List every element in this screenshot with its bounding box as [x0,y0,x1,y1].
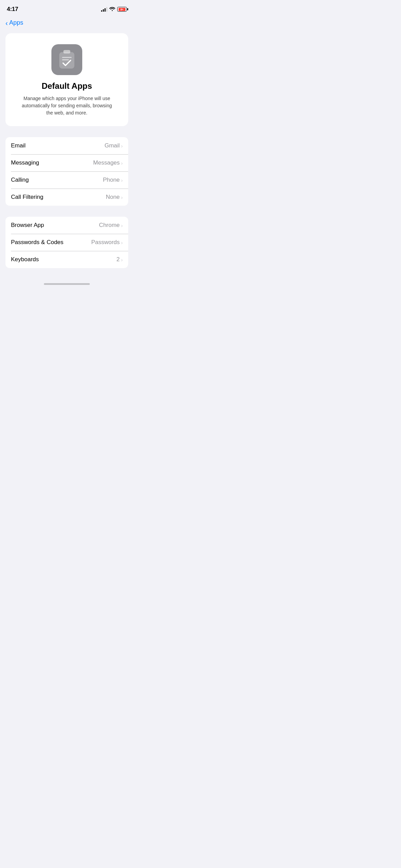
status-time: 4:17 [7,6,18,13]
messaging-chevron-icon: › [121,161,123,166]
keyboards-right: 2 › [117,256,123,263]
wifi-icon [109,6,115,12]
passwords-right: Passwords › [91,239,123,246]
email-row[interactable]: Email Gmail › [5,137,128,154]
settings-section-1: Email Gmail › Messaging Messages › Calli… [5,137,128,206]
passwords-value: Passwords [91,239,120,246]
calling-label: Calling [11,177,29,183]
call-filtering-value: None [106,194,120,201]
browser-app-value: Chrome [99,222,120,229]
nav-bar: ‹ Apps [0,16,134,33]
keyboards-chevron-icon: › [121,257,123,262]
status-icons: 8+ [101,6,127,12]
calling-right: Phone › [103,177,123,183]
calling-value: Phone [103,177,120,183]
app-icon [51,44,82,75]
call-filtering-label: Call Filtering [11,194,43,201]
email-right: Gmail › [105,142,123,149]
svg-rect-3 [62,59,69,60]
home-indicator [0,279,134,288]
header-card: Default Apps Manage which apps your iPho… [5,33,128,126]
settings-section-2: Browser App Chrome › Passwords & Codes P… [5,217,128,268]
browser-app-right: Chrome › [99,222,123,229]
keyboards-value: 2 [117,256,120,263]
clipboard-checkmark-icon [58,50,76,69]
messaging-right: Messages › [93,159,123,166]
battery-icon: 8+ [117,7,127,12]
call-filtering-chevron-icon: › [121,195,123,200]
calling-row[interactable]: Calling Phone › [5,171,128,189]
back-button[interactable]: ‹ Apps [5,18,23,28]
calling-chevron-icon: › [121,178,123,183]
header-description: Manage which apps your iPhone will use a… [19,95,115,117]
browser-app-label: Browser App [11,222,44,229]
browser-app-row[interactable]: Browser App Chrome › [5,217,128,234]
status-bar: 4:17 8+ [0,0,134,16]
messaging-value: Messages [93,159,120,166]
passwords-label: Passwords & Codes [11,239,63,246]
svg-rect-2 [62,57,72,58]
email-label: Email [11,142,26,149]
signal-icon [101,7,107,12]
passwords-chevron-icon: › [121,240,123,245]
back-chevron-icon: ‹ [5,20,8,26]
call-filtering-right: None › [106,194,123,201]
back-label: Apps [9,19,23,26]
browser-app-chevron-icon: › [121,223,123,228]
messaging-row[interactable]: Messaging Messages › [5,154,128,171]
email-chevron-icon: › [121,144,123,148]
keyboards-label: Keyboards [11,256,39,263]
keyboards-row[interactable]: Keyboards 2 › [5,251,128,268]
call-filtering-row[interactable]: Call Filtering None › [5,189,128,206]
home-bar [44,283,90,285]
header-title: Default Apps [41,81,92,91]
messaging-label: Messaging [11,159,39,166]
passwords-row[interactable]: Passwords & Codes Passwords › [5,234,128,251]
email-value: Gmail [105,142,120,149]
